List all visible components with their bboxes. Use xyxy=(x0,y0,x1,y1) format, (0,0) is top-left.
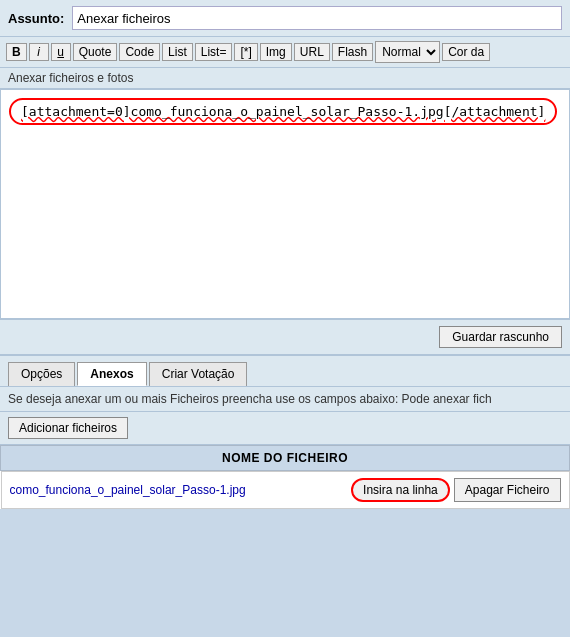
editor-content: [attachment=0]como_funciona_o_painel_sol… xyxy=(21,104,545,119)
add-files-row: Adicionar ficheiros xyxy=(0,412,570,445)
flash-button[interactable]: Flash xyxy=(332,43,373,61)
url-button[interactable]: URL xyxy=(294,43,330,61)
bold-button[interactable]: B xyxy=(6,43,27,61)
attachment-tag: [attachment=0]como_funciona_o_painel_sol… xyxy=(9,98,557,125)
file-table: NOME DO FICHEIRO como_funciona_o_painel_… xyxy=(0,445,570,509)
file-name: como_funciona_o_painel_solar_Passo-1.jpg xyxy=(10,483,246,497)
cor-button[interactable]: Cor da xyxy=(442,43,490,61)
tab-anexos[interactable]: Anexos xyxy=(77,362,146,386)
subject-label: Assunto: xyxy=(8,11,64,26)
tab-criar-votacao[interactable]: Criar Votação xyxy=(149,362,248,386)
list-button[interactable]: List xyxy=(162,43,193,61)
save-draft-button[interactable]: Guardar rascunho xyxy=(439,326,562,348)
tab-opcoes[interactable]: Opções xyxy=(8,362,75,386)
editor-label: Anexar ficheiros e fotos xyxy=(0,68,570,89)
delete-file-button[interactable]: Apagar Ficheiro xyxy=(454,478,561,502)
file-actions: Insira na linha Apagar Ficheiro xyxy=(351,478,560,502)
editor-area[interactable]: [attachment=0]como_funciona_o_painel_sol… xyxy=(0,89,570,319)
add-files-button[interactable]: Adicionar ficheiros xyxy=(8,417,128,439)
code-button[interactable]: Code xyxy=(119,43,160,61)
editor-toolbar: B i u Quote Code List List= [*] Img URL … xyxy=(0,37,570,68)
table-row: como_funciona_o_painel_solar_Passo-1.jpg… xyxy=(1,471,570,510)
file-name-cell: como_funciona_o_painel_solar_Passo-1.jpg… xyxy=(1,471,570,509)
underline-button[interactable]: u xyxy=(51,43,71,61)
subject-input[interactable] xyxy=(72,6,562,30)
italic-button[interactable]: i xyxy=(29,43,49,61)
star-button[interactable]: [*] xyxy=(234,43,257,61)
img-button[interactable]: Img xyxy=(260,43,292,61)
format-select[interactable]: Normal xyxy=(375,41,440,63)
tabs-row: Opções Anexos Criar Votação xyxy=(0,356,570,387)
insert-inline-button[interactable]: Insira na linha xyxy=(351,478,450,502)
subject-row: Assunto: xyxy=(0,0,570,37)
file-table-header: NOME DO FICHEIRO xyxy=(1,446,570,471)
attachment-info: Se deseja anexar um ou mais Ficheiros pr… xyxy=(0,387,570,412)
quote-button[interactable]: Quote xyxy=(73,43,118,61)
list-equal-button[interactable]: List= xyxy=(195,43,233,61)
save-draft-area: Guardar rascunho xyxy=(0,319,570,356)
